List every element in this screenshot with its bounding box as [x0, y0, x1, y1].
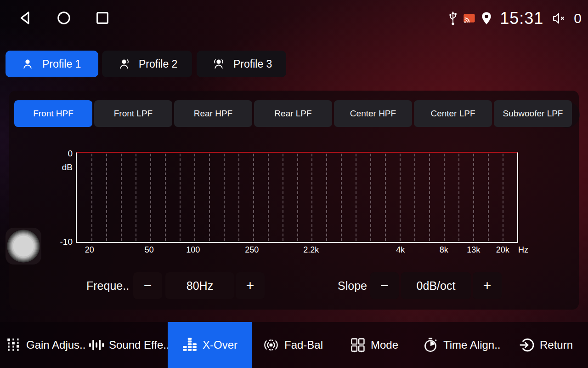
- person-arcs-icon: [212, 58, 225, 70]
- filter-tabs: Front HPFFront LPFRear HPFRear LPFCenter…: [14, 100, 572, 127]
- slope-plus-button[interactable]: +: [473, 272, 502, 299]
- mode-icon: [350, 337, 366, 353]
- gridline: [311, 154, 312, 241]
- gridline: [297, 154, 298, 241]
- gridline: [224, 154, 225, 241]
- gridline: [370, 154, 371, 241]
- nav-item-time-align[interactable]: Time Align..: [423, 322, 508, 368]
- nav-item-label: Time Align..: [443, 339, 501, 351]
- x-tick-label-20k: 20k: [496, 245, 509, 255]
- x-tick-label-20: 20: [85, 245, 94, 255]
- gridline: [400, 154, 401, 241]
- y-axis-bottom-label: -10: [51, 237, 73, 247]
- gridline: [121, 154, 122, 241]
- nav-item-x-over[interactable]: X-Over: [168, 322, 252, 368]
- gridline: [194, 154, 195, 241]
- gridline: [503, 154, 503, 241]
- x-tick-label-13k: 13k: [467, 245, 480, 255]
- frequency-plus-button[interactable]: +: [236, 272, 265, 299]
- bottom-nav: Gain Adjus..Sound Effe..X-OverFad-BalMod…: [0, 322, 588, 368]
- gridline: [444, 154, 445, 241]
- volume-level: 0: [574, 11, 582, 26]
- filter-tab-center-lpf[interactable]: Center LPF: [414, 100, 492, 127]
- status-bar: 15:31 0: [0, 0, 588, 37]
- plot-area[interactable]: [76, 152, 518, 243]
- gridline: [238, 154, 239, 241]
- volume-muted-icon: [552, 12, 568, 25]
- gridline: [253, 154, 254, 241]
- nav-item-label: X-Over: [203, 339, 237, 351]
- gridline: [150, 154, 151, 241]
- profile-tab-label: Profile 3: [233, 58, 272, 70]
- x-tick-label-100: 100: [186, 245, 200, 255]
- gridline: [414, 154, 415, 241]
- home-icon[interactable]: [56, 10, 72, 26]
- filter-tab-rear-lpf[interactable]: Rear LPF: [254, 100, 332, 127]
- location-icon: [481, 12, 492, 25]
- xover-panel: Front HPFFront LPFRear HPFRear LPFCenter…: [9, 91, 579, 310]
- recents-icon[interactable]: [95, 10, 110, 26]
- nav-item-label: Mode: [371, 339, 398, 351]
- gridline: [326, 154, 327, 241]
- gridline: [209, 154, 210, 241]
- gridline: [136, 154, 136, 241]
- filter-tab-center-hpf[interactable]: Center HPF: [334, 100, 412, 127]
- filter-tab-front-lpf[interactable]: Front LPF: [94, 100, 172, 127]
- nav-item-label: Gain Adjus..: [26, 339, 85, 351]
- gridline: [91, 154, 92, 241]
- return-icon: [519, 337, 535, 353]
- nav-item-return[interactable]: Return: [519, 322, 583, 368]
- person-arc-icon: [118, 58, 130, 70]
- back-icon[interactable]: [18, 10, 34, 26]
- x-tick-label-4k: 4k: [396, 245, 405, 255]
- status-time: 15:31: [500, 9, 543, 28]
- profile-tab-1[interactable]: Profile 1: [6, 51, 98, 77]
- time-align-icon: [423, 337, 438, 353]
- sound-effects-icon: [88, 337, 104, 353]
- nav-item-label: Return: [540, 339, 573, 351]
- nav-item-sound-effe[interactable]: Sound Effe..: [88, 322, 168, 368]
- frequency-minus-button[interactable]: −: [133, 272, 162, 299]
- profile-tab-3[interactable]: Profile 3: [197, 51, 286, 77]
- profile-tab-label: Profile 1: [42, 58, 81, 70]
- gridline: [341, 154, 342, 241]
- fadbal-icon: [263, 337, 279, 353]
- frequency-value: 80Hz: [165, 272, 234, 299]
- usb-icon: [447, 11, 458, 26]
- x-axis-unit-label: Hz: [518, 245, 528, 255]
- cast-icon: [463, 13, 476, 23]
- gain-sliders-icon: [6, 337, 21, 353]
- gridline: [106, 154, 107, 241]
- gridline: [429, 154, 430, 241]
- filter-tab-rear-hpf[interactable]: Rear HPF: [174, 100, 252, 127]
- profile-row: Profile 1Profile 2Profile 3: [0, 51, 588, 77]
- x-tick-label-2.2k: 2.2k: [303, 245, 319, 255]
- gridline: [385, 154, 386, 241]
- gridline: [180, 154, 181, 241]
- gridline: [283, 154, 283, 241]
- gridline: [488, 154, 489, 241]
- gridline: [268, 154, 269, 241]
- slope-value: 0dB/oct: [401, 272, 471, 299]
- gridline: [356, 154, 356, 241]
- xover-eq-icon: [182, 337, 198, 353]
- person-icon: [21, 58, 34, 70]
- nav-item-gain-adjus[interactable]: Gain Adjus..: [6, 322, 88, 368]
- frequency-label: Freque..: [86, 272, 129, 299]
- y-axis-unit-label: dB: [55, 162, 73, 172]
- slope-minus-button[interactable]: −: [370, 272, 399, 299]
- y-axis-top-label: 0: [55, 149, 73, 159]
- gridline: [165, 154, 166, 241]
- nav-item-label: Sound Effe..: [109, 339, 170, 351]
- filter-tab-subwoofer-lpf[interactable]: Subwoofer LPF: [494, 100, 572, 127]
- nav-item-label: Fad-Bal: [284, 339, 323, 351]
- filter-tab-front-hpf[interactable]: Front HPF: [14, 100, 92, 127]
- rotary-knob[interactable]: [7, 230, 40, 263]
- knob-container: [6, 228, 41, 264]
- x-tick-label-50: 50: [145, 245, 154, 255]
- gridline: [473, 154, 474, 241]
- nav-item-mode[interactable]: Mode: [350, 322, 410, 368]
- x-tick-label-250: 250: [245, 245, 259, 255]
- nav-item-fad-bal[interactable]: Fad-Bal: [263, 322, 332, 368]
- profile-tab-2[interactable]: Profile 2: [102, 51, 192, 77]
